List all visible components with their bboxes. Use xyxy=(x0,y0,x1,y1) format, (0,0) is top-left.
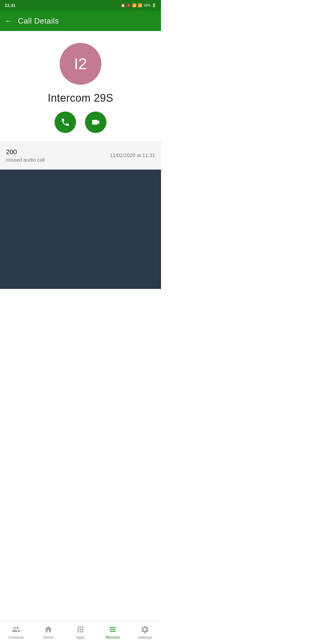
call-date: 11/02/2020 at 11:31 xyxy=(110,153,155,159)
snapshots-grid xyxy=(0,169,161,289)
status-right: ⏰ 🔕 📶 📶 16% 🔋 xyxy=(121,3,156,7)
snapshot-2[interactable] xyxy=(80,170,161,229)
silent-icon: 🔕 xyxy=(126,3,131,7)
snapshot-1[interactable] xyxy=(0,170,80,229)
call-log-right: 11/02/2020 at 11:31 xyxy=(110,153,155,159)
app-bar: ← Call Details xyxy=(0,11,161,31)
avatar: I2 xyxy=(60,43,101,85)
call-log: 200 missed audio call 11/02/2020 at 11:3… xyxy=(0,142,161,169)
call-number: 200 xyxy=(6,148,45,156)
snapshot-canvas-4 xyxy=(80,229,161,289)
signal-icon: 📶 xyxy=(138,3,142,7)
snapshot-3[interactable] xyxy=(0,229,80,289)
wifi-icon: 📶 xyxy=(132,3,137,7)
contact-section: I2 Intercom 29S xyxy=(0,31,161,142)
audio-call-button[interactable] xyxy=(55,112,76,133)
snapshot-4[interactable] xyxy=(80,229,161,289)
alarm-icon: ⏰ xyxy=(121,3,125,7)
status-time: 11:31 xyxy=(5,3,16,8)
snapshot-canvas-1 xyxy=(0,170,80,229)
video-call-button[interactable] xyxy=(85,112,106,133)
status-bar: 11:31 ⏰ 🔕 📶 📶 16% 🔋 xyxy=(0,0,161,11)
call-type: missed audio call xyxy=(6,157,45,163)
video-icon xyxy=(91,117,100,127)
contact-name: Intercom 29S xyxy=(48,92,113,104)
battery-text: 16% xyxy=(143,3,151,7)
battery-icon: 🔋 xyxy=(152,3,156,7)
page-title: Call Details xyxy=(18,16,59,26)
snapshot-canvas-2 xyxy=(80,170,161,229)
call-buttons xyxy=(55,112,106,133)
back-button[interactable]: ← xyxy=(5,17,12,24)
call-log-left: 200 missed audio call xyxy=(6,148,45,163)
phone-icon xyxy=(61,117,70,127)
snapshot-canvas-3 xyxy=(0,229,80,289)
